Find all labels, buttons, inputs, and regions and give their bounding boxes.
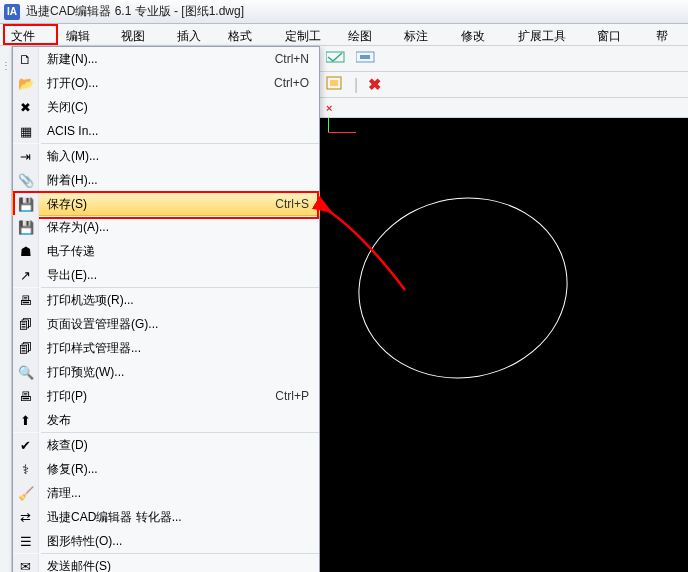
- menu-帮助[interactable]: 帮助: [648, 24, 688, 45]
- file-open-icon: 📂: [13, 71, 39, 95]
- file-save-as-icon: 💾: [13, 215, 39, 239]
- file-close[interactable]: ✖关闭(C): [13, 95, 319, 119]
- file-save-shortcut: Ctrl+S: [275, 197, 319, 211]
- file-send-mail[interactable]: ✉发送邮件(S): [13, 554, 319, 572]
- menu-绘图D[interactable]: 绘图(D): [340, 24, 396, 45]
- file-converter-label: 迅捷CAD编辑器 转化器...: [39, 509, 309, 526]
- menu-插入I[interactable]: 插入(I): [169, 24, 220, 45]
- menu-标注N[interactable]: 标注(N): [396, 24, 452, 45]
- menu-修改M[interactable]: 修改(M): [453, 24, 511, 45]
- menu-定制工具[interactable]: 定制工具: [277, 24, 340, 45]
- file-etransmit-label: 电子传递: [39, 243, 309, 260]
- file-page-setup-icon: 🗐: [13, 312, 39, 336]
- menu-格式O[interactable]: 格式(O): [220, 24, 277, 45]
- file-audit-icon: ✔: [13, 433, 39, 457]
- file-print-label: 打印(P): [39, 388, 275, 405]
- file-converter-icon: ⇄: [13, 505, 39, 529]
- file-save-label: 保存(S): [39, 196, 275, 213]
- file-export[interactable]: ↗导出(E)...: [13, 263, 319, 287]
- file-print-preview-icon: 🔍: [13, 360, 39, 384]
- ellipse-object[interactable]: [344, 181, 582, 395]
- file-import-icon: ⇥: [13, 144, 39, 168]
- file-drawing-props-label: 图形特性(O)...: [39, 533, 309, 550]
- file-save[interactable]: 💾保存(S)Ctrl+S: [12, 192, 320, 216]
- file-acis-in-label: ACIS In...: [39, 124, 309, 138]
- ucs-x-axis: [328, 132, 356, 133]
- file-etransmit-icon: ☗: [13, 239, 39, 263]
- file-open[interactable]: 📂打开(O)...Ctrl+O: [13, 71, 319, 95]
- file-print-preview-label: 打印预览(W)...: [39, 364, 309, 381]
- file-acis-in-icon: ▦: [13, 119, 39, 143]
- file-plot-style[interactable]: 🗐打印样式管理器...: [13, 336, 319, 360]
- file-purge-icon: 🧹: [13, 481, 39, 505]
- file-print[interactable]: 🖶打印(P)Ctrl+P: [13, 384, 319, 408]
- file-print-shortcut: Ctrl+P: [275, 389, 319, 403]
- box-icon[interactable]: [326, 76, 344, 94]
- file-plot-style-label: 打印样式管理器...: [39, 340, 309, 357]
- app-icon: IA: [4, 4, 20, 20]
- file-new[interactable]: 🗋新建(N)...Ctrl+N: [13, 47, 319, 71]
- file-acis-in[interactable]: ▦ACIS In...: [13, 119, 319, 143]
- menubar: 文件(F)编辑(E)视图(V)插入(I)格式(O)定制工具绘图(D)标注(N)修…: [0, 24, 688, 46]
- file-page-setup[interactable]: 🗐页面设置管理器(G)...: [13, 312, 319, 336]
- file-save-as-label: 保存为(A)...: [39, 219, 309, 236]
- file-attach[interactable]: 📎附着(H)...: [13, 168, 319, 192]
- layer-toggle-icon[interactable]: [326, 50, 346, 68]
- strip-dot: ⋮: [0, 60, 11, 71]
- file-save-as[interactable]: 💾保存为(A)...: [13, 215, 319, 239]
- file-export-icon: ↗: [13, 263, 39, 287]
- file-menu-dropdown: 🗋新建(N)...Ctrl+N📂打开(O)...Ctrl+O✖关闭(C)▦ACI…: [12, 46, 320, 572]
- file-etransmit[interactable]: ☗电子传递: [13, 239, 319, 263]
- x-delete-icon[interactable]: ✖: [368, 75, 381, 94]
- file-recover-label: 修复(R)...: [39, 461, 309, 478]
- svg-rect-2: [360, 55, 370, 59]
- file-publish-icon: ⬆: [13, 408, 39, 432]
- file-publish[interactable]: ⬆发布: [13, 408, 319, 432]
- file-drawing-props[interactable]: ☰图形特性(O)...: [13, 529, 319, 553]
- file-purge-label: 清理...: [39, 485, 309, 502]
- menu-编辑E[interactable]: 编辑(E): [58, 24, 114, 45]
- file-save-icon: 💾: [13, 192, 39, 216]
- file-attach-icon: 📎: [13, 168, 39, 192]
- file-drawing-props-icon: ☰: [13, 529, 39, 553]
- file-audit[interactable]: ✔核查(D): [13, 433, 319, 457]
- file-purge[interactable]: 🧹清理...: [13, 481, 319, 505]
- file-import[interactable]: ⇥输入(M)...: [13, 144, 319, 168]
- file-print-preview[interactable]: 🔍打印预览(W)...: [13, 360, 319, 384]
- file-send-mail-label: 发送邮件(S): [39, 558, 309, 573]
- sub-toolbar-1: [320, 46, 688, 72]
- ucs-y-axis: [328, 118, 329, 132]
- file-page-setup-label: 页面设置管理器(G)...: [39, 316, 309, 333]
- menu-扩展工具X[interactable]: 扩展工具(X): [510, 24, 589, 45]
- content-area: | ✖ ×: [320, 46, 688, 572]
- close-tab-icon[interactable]: ×: [326, 102, 332, 114]
- file-recover-icon: ⚕: [13, 457, 39, 481]
- file-export-label: 导出(E)...: [39, 267, 309, 284]
- file-audit-label: 核查(D): [39, 437, 309, 454]
- file-new-shortcut: Ctrl+N: [275, 52, 319, 66]
- menu-文件F[interactable]: 文件(F): [3, 24, 58, 45]
- file-open-shortcut: Ctrl+O: [274, 76, 319, 90]
- file-print-icon: 🖶: [13, 384, 39, 408]
- titlebar: IA 迅捷CAD编辑器 6.1 专业版 - [图纸1.dwg]: [0, 0, 688, 24]
- title-text: 迅捷CAD编辑器 6.1 专业版 - [图纸1.dwg]: [26, 3, 244, 20]
- file-converter[interactable]: ⇄迅捷CAD编辑器 转化器...: [13, 505, 319, 529]
- sub-toolbar-2: | ✖: [320, 72, 688, 98]
- file-import-label: 输入(M)...: [39, 148, 309, 165]
- file-close-icon: ✖: [13, 95, 39, 119]
- file-printer-options-icon: 🖶: [13, 288, 39, 312]
- file-recover[interactable]: ⚕修复(R)...: [13, 457, 319, 481]
- file-plot-style-icon: 🗐: [13, 336, 39, 360]
- vline-icon: |: [354, 76, 358, 94]
- left-strip: ⋮: [0, 46, 12, 572]
- menu-窗口W[interactable]: 窗口(W): [589, 24, 648, 45]
- document-tabbar: ×: [320, 98, 688, 118]
- layer-toggle2-icon[interactable]: [356, 50, 376, 68]
- file-printer-options[interactable]: 🖶打印机选项(R)...: [13, 288, 319, 312]
- file-open-label: 打开(O)...: [39, 75, 274, 92]
- drawing-canvas[interactable]: [320, 118, 688, 572]
- file-send-mail-icon: ✉: [13, 554, 39, 572]
- menu-视图V[interactable]: 视图(V): [113, 24, 169, 45]
- svg-rect-4: [330, 80, 338, 86]
- file-close-label: 关闭(C): [39, 99, 309, 116]
